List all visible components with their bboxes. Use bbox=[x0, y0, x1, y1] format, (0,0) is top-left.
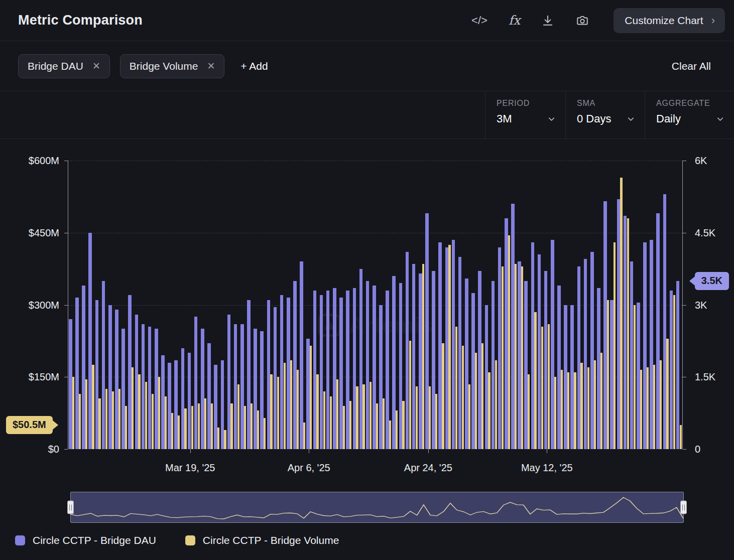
volume-bar[interactable] bbox=[502, 266, 504, 449]
bar-group[interactable] bbox=[464, 161, 471, 449]
bar-group[interactable] bbox=[524, 161, 530, 449]
dau-bar[interactable] bbox=[135, 315, 139, 449]
dau-bar[interactable] bbox=[630, 261, 634, 449]
volume-bar[interactable] bbox=[336, 379, 338, 449]
dau-bar[interactable] bbox=[425, 213, 429, 449]
dau-bar[interactable] bbox=[471, 293, 475, 449]
volume-bar[interactable] bbox=[548, 324, 550, 449]
volume-bar[interactable] bbox=[165, 396, 167, 449]
dau-bar[interactable] bbox=[670, 291, 673, 449]
dau-bar[interactable] bbox=[267, 300, 271, 449]
bar-group[interactable] bbox=[81, 161, 88, 449]
volume-bar[interactable] bbox=[627, 218, 629, 449]
volume-bar[interactable] bbox=[396, 410, 398, 449]
bar-group[interactable] bbox=[365, 161, 372, 449]
bar-group[interactable] bbox=[557, 161, 563, 449]
dau-bar[interactable] bbox=[221, 360, 224, 449]
bar-group[interactable] bbox=[603, 161, 609, 449]
bar-group[interactable] bbox=[161, 161, 167, 449]
dau-bar[interactable] bbox=[373, 286, 376, 449]
customize-chart-button[interactable]: Customize Chart › bbox=[614, 8, 725, 33]
dau-bar[interactable] bbox=[88, 233, 92, 449]
bar-group[interactable] bbox=[95, 161, 101, 449]
bar-group[interactable] bbox=[399, 161, 405, 449]
volume-bar[interactable] bbox=[112, 391, 114, 449]
volume-bar[interactable] bbox=[647, 367, 649, 449]
volume-bar[interactable] bbox=[574, 372, 576, 449]
dau-bar[interactable] bbox=[663, 194, 667, 449]
bar-group[interactable] bbox=[669, 161, 676, 449]
dau-bar[interactable] bbox=[676, 281, 680, 449]
dau-bar[interactable] bbox=[274, 307, 277, 449]
bar-group[interactable] bbox=[345, 161, 352, 449]
bar-group[interactable] bbox=[623, 161, 630, 449]
dau-bar[interactable] bbox=[492, 281, 495, 449]
bar-group[interactable] bbox=[88, 161, 94, 449]
volume-bar[interactable] bbox=[118, 389, 120, 449]
volume-bar[interactable] bbox=[429, 386, 431, 449]
bar-group[interactable] bbox=[656, 161, 662, 449]
bar-group[interactable] bbox=[167, 161, 174, 449]
bar-group[interactable] bbox=[75, 161, 81, 449]
bar-group[interactable] bbox=[326, 161, 332, 449]
dau-bar[interactable] bbox=[346, 291, 349, 449]
bar-group[interactable] bbox=[233, 161, 240, 449]
bar-group[interactable] bbox=[379, 161, 385, 449]
volume-bar[interactable] bbox=[442, 343, 444, 449]
dau-bar[interactable] bbox=[121, 329, 125, 449]
volume-bar[interactable] bbox=[349, 401, 351, 449]
volume-bar[interactable] bbox=[330, 396, 332, 449]
volume-bar[interactable] bbox=[534, 312, 536, 449]
bar-group[interactable] bbox=[577, 161, 583, 449]
volume-bar[interactable] bbox=[362, 384, 364, 449]
dau-bar[interactable] bbox=[168, 363, 171, 450]
bar-group[interactable] bbox=[563, 161, 570, 449]
close-icon[interactable]: ✕ bbox=[207, 60, 215, 72]
dau-bar[interactable] bbox=[445, 247, 449, 450]
bar-group[interactable] bbox=[280, 161, 286, 449]
volume-bar[interactable] bbox=[244, 406, 246, 449]
navigator-right-handle[interactable] bbox=[680, 501, 687, 514]
bar-group[interactable] bbox=[114, 161, 121, 449]
bar-group[interactable] bbox=[319, 161, 326, 449]
volume-bar[interactable] bbox=[561, 370, 563, 449]
dau-bar[interactable] bbox=[155, 329, 158, 449]
volume-bar[interactable] bbox=[277, 377, 279, 449]
volume-bar[interactable] bbox=[475, 353, 477, 449]
volume-bar[interactable] bbox=[389, 421, 391, 450]
bar-group[interactable] bbox=[247, 161, 253, 449]
bar-group[interactable] bbox=[200, 161, 207, 449]
volume-bar[interactable] bbox=[448, 245, 450, 449]
volume-bar[interactable] bbox=[98, 398, 100, 449]
legend-item-dau[interactable]: Circle CCTP - Bridge DAU bbox=[15, 534, 156, 546]
dau-bar[interactable] bbox=[366, 281, 370, 449]
bar-group[interactable] bbox=[609, 161, 616, 449]
bar-group[interactable] bbox=[313, 161, 319, 449]
volume-bar[interactable] bbox=[303, 423, 305, 449]
volume-bar[interactable] bbox=[132, 367, 134, 449]
volume-bar[interactable] bbox=[85, 379, 87, 449]
formula-icon[interactable]: fx bbox=[509, 13, 520, 28]
bar-group[interactable] bbox=[517, 161, 524, 449]
dau-bar[interactable] bbox=[412, 264, 416, 449]
volume-bar[interactable] bbox=[462, 346, 464, 449]
range-navigator[interactable] bbox=[70, 492, 684, 523]
bar-group[interactable] bbox=[306, 161, 312, 449]
bar-group[interactable] bbox=[253, 161, 260, 449]
bar-group[interactable] bbox=[405, 161, 412, 449]
volume-bar[interactable] bbox=[230, 403, 232, 449]
dau-bar[interactable] bbox=[260, 331, 264, 449]
volume-bar[interactable] bbox=[297, 370, 299, 449]
close-icon[interactable]: ✕ bbox=[92, 60, 100, 72]
dau-bar[interactable] bbox=[498, 247, 502, 450]
dau-bar[interactable] bbox=[326, 291, 330, 449]
bar-group[interactable] bbox=[207, 161, 213, 449]
dau-bar[interactable] bbox=[75, 298, 79, 449]
dau-bar[interactable] bbox=[95, 300, 99, 449]
volume-bar[interactable] bbox=[264, 418, 266, 449]
volume-bar[interactable] bbox=[217, 428, 219, 449]
dau-bar[interactable] bbox=[194, 317, 198, 449]
bar-group[interactable] bbox=[299, 161, 306, 449]
dau-bar[interactable] bbox=[142, 324, 145, 449]
dau-bar[interactable] bbox=[201, 329, 204, 449]
